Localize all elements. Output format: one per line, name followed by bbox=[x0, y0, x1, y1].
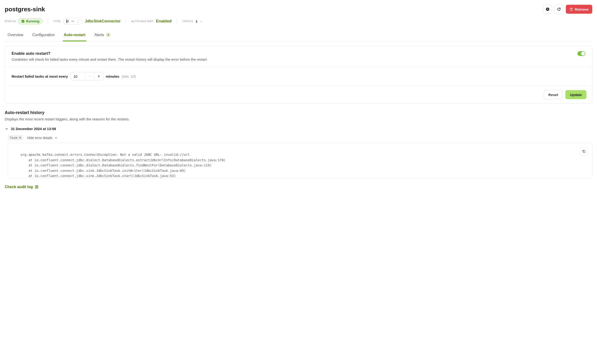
restart-icon bbox=[557, 7, 561, 11]
tab-alerts[interactable]: Alerts 0 bbox=[93, 30, 111, 41]
interval-stepper bbox=[70, 72, 103, 81]
svg-point-7 bbox=[68, 20, 69, 21]
history-desc: Displays the most recent restart trigger… bbox=[5, 117, 592, 121]
remove-button-label: Remove bbox=[575, 7, 589, 11]
status-chip: Running bbox=[18, 18, 43, 24]
interval-hint: (min. 10) bbox=[122, 74, 136, 78]
stack-trace: org.apache.kafka.connect.errors.ConnectE… bbox=[8, 143, 592, 178]
enable-toggle[interactable] bbox=[577, 51, 585, 56]
chevron-down-icon bbox=[5, 127, 8, 131]
kafka-icon bbox=[66, 19, 69, 23]
plus-icon bbox=[97, 75, 100, 78]
tab-label: Auto-restart bbox=[64, 33, 86, 37]
status-label: STATUS bbox=[5, 20, 16, 23]
reset-button-label: Reset bbox=[548, 93, 558, 97]
interval-input[interactable] bbox=[71, 72, 85, 80]
restart-button[interactable] bbox=[554, 5, 563, 14]
auto-restart-value: Enabled bbox=[156, 19, 172, 24]
audit-log-link[interactable]: Check audit log bbox=[5, 185, 39, 189]
status-value: Running bbox=[26, 19, 39, 23]
interval-increment-button[interactable] bbox=[94, 72, 103, 80]
stack-trace-text: org.apache.kafka.connect.errors.ConnectE… bbox=[13, 153, 226, 178]
enable-desc: Conduktor will check for failed tasks ev… bbox=[12, 57, 207, 61]
tab-configuration[interactable]: Configuration bbox=[31, 30, 56, 41]
play-circle-icon bbox=[21, 20, 24, 23]
pause-button[interactable] bbox=[543, 5, 552, 14]
chevron-down-icon bbox=[200, 20, 203, 23]
svg-point-6 bbox=[66, 22, 67, 23]
interval-label: Restart failed tasks at most every bbox=[12, 74, 68, 78]
interval-unit: minutes bbox=[106, 74, 119, 78]
svg-rect-16 bbox=[583, 151, 585, 152]
type-chip bbox=[63, 18, 82, 24]
pause-icon bbox=[546, 7, 550, 11]
auto-restart-label: AUTO-RESTART bbox=[131, 20, 154, 23]
svg-point-8 bbox=[68, 22, 69, 22]
enable-title: Enable auto restart? bbox=[12, 51, 207, 56]
chevron-up-icon bbox=[54, 136, 58, 139]
tab-overview[interactable]: Overview bbox=[7, 30, 24, 41]
copy-button[interactable] bbox=[580, 147, 588, 155]
divider bbox=[177, 18, 177, 24]
update-button[interactable]: Update bbox=[565, 90, 586, 99]
java-icon bbox=[76, 19, 80, 23]
svg-point-4 bbox=[66, 19, 67, 20]
tabs: Overview Configuration Auto-restart Aler… bbox=[5, 30, 592, 42]
hide-error-details-toggle[interactable]: Hide error details bbox=[27, 136, 58, 140]
svg-point-0 bbox=[546, 8, 549, 11]
svg-rect-2 bbox=[548, 8, 548, 10]
arrow-right-icon bbox=[71, 20, 74, 23]
history-item-toggle[interactable]: 31 December 2024 at 13:58 bbox=[5, 127, 592, 131]
page-title: postgres-sink bbox=[5, 6, 45, 13]
svg-rect-1 bbox=[547, 8, 547, 10]
tab-label: Alerts bbox=[94, 33, 104, 37]
reset-button[interactable]: Reset bbox=[544, 90, 563, 99]
history-title: Auto-restart history bbox=[5, 110, 592, 115]
task-badge: Task-0 bbox=[8, 135, 24, 140]
audit-log-link-label: Check audit log bbox=[5, 185, 33, 189]
svg-rect-13 bbox=[89, 76, 91, 76]
topics-count: 1 bbox=[196, 19, 197, 23]
alerts-badge: 0 bbox=[106, 33, 111, 37]
svg-line-11 bbox=[67, 21, 68, 21]
tab-label: Overview bbox=[8, 33, 24, 37]
svg-line-12 bbox=[67, 22, 68, 22]
interval-decrement-button[interactable] bbox=[85, 72, 94, 80]
topics-selector[interactable]: TOPICS 1 bbox=[182, 19, 203, 23]
type-label: TYPE bbox=[53, 20, 61, 23]
tab-label: Configuration bbox=[32, 33, 55, 37]
external-link-icon bbox=[35, 185, 39, 189]
copy-icon bbox=[582, 150, 586, 153]
minus-icon bbox=[88, 75, 91, 78]
hide-details-label: Hide error details bbox=[27, 136, 53, 140]
update-button-label: Update bbox=[570, 93, 582, 97]
tab-auto-restart[interactable]: Auto-restart bbox=[63, 30, 86, 41]
connector-name: JdbcSinkConnector bbox=[85, 19, 120, 23]
svg-rect-15 bbox=[99, 75, 99, 77]
trash-icon bbox=[570, 8, 573, 11]
history-item-time: 31 December 2024 at 13:58 bbox=[11, 127, 56, 131]
auto-restart-card: Enable auto restart? Conduktor will chec… bbox=[5, 46, 592, 104]
topics-label: TOPICS bbox=[182, 20, 193, 23]
remove-button[interactable]: Remove bbox=[566, 5, 592, 14]
divider bbox=[48, 18, 48, 24]
divider bbox=[126, 18, 126, 24]
